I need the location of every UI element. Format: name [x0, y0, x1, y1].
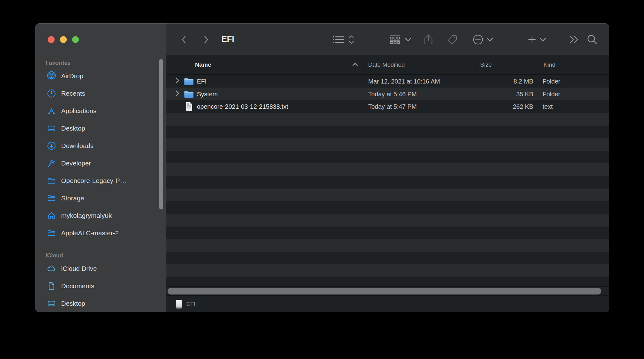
- desktop-icon: [47, 299, 56, 308]
- sidebar: FavoritesAirDropRecentsApplicationsDeskt…: [35, 23, 166, 312]
- home-icon: [47, 211, 56, 220]
- table-row[interactable]: opencore-2021-03-12-215838.txtToday at 5…: [166, 100, 609, 113]
- window-title: EFI: [222, 34, 234, 44]
- new-folder-chevron-icon[interactable]: [539, 37, 547, 42]
- sidebar-section-icloud: iCloudiCloud DriveDocumentsDesktop: [35, 251, 166, 312]
- back-button[interactable]: [180, 35, 188, 45]
- minimize-button[interactable]: [60, 36, 67, 43]
- column-divider[interactable]: [364, 58, 364, 71]
- sidebar-item-label: Opencore-Legacy-P…: [61, 177, 126, 184]
- column-header-name[interactable]: Name: [195, 61, 211, 68]
- sidebar-item-label: AirDrop: [61, 72, 83, 80]
- table-row[interactable]: SystemToday at 5:46 PM35 KBFolder: [166, 88, 609, 101]
- forward-button[interactable]: [202, 35, 210, 45]
- cloud-icon: [47, 264, 56, 273]
- sidebar-item-label: Desktop: [61, 300, 85, 307]
- close-button[interactable]: [48, 36, 55, 43]
- column-header-size[interactable]: Size: [480, 61, 492, 68]
- file-size: 8.2 MB: [514, 78, 533, 85]
- sidebar-sections: FavoritesAirDropRecentsApplicationsDeskt…: [35, 59, 166, 312]
- sidebar-item-label: Storage: [61, 194, 84, 202]
- sidebar-section-favorites: FavoritesAirDropRecentsApplicationsDeskt…: [35, 59, 166, 242]
- horizontal-scrollbar-thumb[interactable]: [168, 288, 601, 294]
- airdrop-icon: [47, 71, 56, 81]
- view-switcher-chevrons[interactable]: [347, 34, 355, 45]
- more-actions-icon[interactable]: [472, 34, 484, 45]
- sidebar-item-label: AppleALC-master-2: [61, 229, 119, 237]
- search-icon[interactable]: [587, 34, 598, 45]
- zoom-button[interactable]: [72, 36, 79, 43]
- file-name: EFI: [197, 78, 207, 85]
- group-by-icon[interactable]: [389, 34, 401, 45]
- file-name: System: [197, 90, 218, 98]
- sidebar-item-label: Applications: [61, 107, 96, 115]
- file-date-modified: Today at 5:47 PM: [368, 103, 417, 110]
- sort-asc-icon: [352, 61, 359, 68]
- sidebar-section-header: Favorites: [35, 59, 166, 67]
- sidebar-item-mykolagrymalyuk[interactable]: mykolagrymalyuk: [35, 207, 166, 224]
- folder-icon: [47, 228, 56, 238]
- sidebar-item-documents[interactable]: Documents: [35, 277, 166, 295]
- more-actions-chevron-icon[interactable]: [486, 37, 494, 42]
- share-icon[interactable]: [423, 34, 433, 45]
- status-path-label[interactable]: EFI: [186, 301, 196, 308]
- sidebar-item-label: Recents: [61, 90, 85, 97]
- file-size: 35 KB: [516, 90, 533, 98]
- sidebar-item-desktop[interactable]: Desktop: [35, 295, 166, 312]
- finder-window: FavoritesAirDropRecentsApplicationsDeskt…: [35, 23, 609, 312]
- new-folder-plus-icon[interactable]: [528, 35, 536, 44]
- disclosure-chevron-icon[interactable]: [175, 90, 180, 98]
- text-file-icon: [184, 102, 194, 112]
- group-by-chevron-icon[interactable]: [404, 37, 412, 42]
- folder-icon: [47, 194, 56, 203]
- volume-disk-icon: [176, 300, 182, 309]
- appstore-icon: [47, 106, 56, 116]
- status-bar: EFI: [166, 295, 609, 312]
- sidebar-item-developer[interactable]: Developer: [35, 155, 166, 172]
- folder-fill-icon: [184, 90, 194, 98]
- table-row[interactable]: EFIMar 12, 2021 at 10:16 AM8.2 MBFolder: [166, 75, 609, 88]
- desktop-icon: [47, 124, 56, 133]
- sidebar-item-applications[interactable]: Applications: [35, 102, 166, 120]
- disclosure-chevron-icon[interactable]: [175, 77, 180, 86]
- folder-fill-icon: [184, 77, 194, 86]
- sidebar-item-label: iCloud Drive: [61, 265, 97, 272]
- sidebar-item-opencore-legacy-p-[interactable]: Opencore-Legacy-P…: [35, 172, 166, 189]
- file-date-modified: Today at 5:46 PM: [368, 90, 417, 98]
- column-divider[interactable]: [476, 58, 476, 71]
- sidebar-item-label: Developer: [61, 160, 91, 167]
- sidebar-scrollbar[interactable]: [159, 59, 163, 209]
- sidebar-section-header: iCloud: [35, 251, 166, 260]
- tag-icon[interactable]: [447, 34, 458, 45]
- file-list: EFIMar 12, 2021 at 10:16 AM8.2 MBFolderS…: [166, 75, 609, 286]
- sidebar-item-recents[interactable]: Recents: [35, 85, 166, 102]
- file-size: 262 KB: [513, 103, 533, 110]
- list-view-icon[interactable]: [332, 35, 345, 44]
- sidebar-item-desktop[interactable]: Desktop: [35, 120, 166, 137]
- sidebar-item-icloud-drive[interactable]: iCloud Drive: [35, 260, 166, 277]
- toolbar-overflow-icon[interactable]: [568, 35, 580, 44]
- column-divider[interactable]: [537, 58, 537, 71]
- file-kind: Folder: [543, 78, 560, 85]
- column-header-kind[interactable]: Kind: [544, 61, 555, 68]
- list-header: Name Date Modified Size Kind: [166, 55, 609, 75]
- column-header-date[interactable]: Date Modified: [368, 61, 405, 68]
- traffic-lights: [48, 36, 79, 43]
- sidebar-item-storage[interactable]: Storage: [35, 189, 166, 207]
- main-pane: EFI Name Date Modified Size Kind EFIMar …: [166, 23, 609, 312]
- sidebar-item-applealc-master-2[interactable]: AppleALC-master-2: [35, 224, 166, 242]
- sidebar-item-label: Documents: [61, 282, 94, 290]
- download-icon: [47, 141, 56, 151]
- sidebar-item-airdrop[interactable]: AirDrop: [35, 67, 166, 85]
- sidebar-item-label: mykolagrymalyuk: [61, 212, 112, 219]
- horizontal-scrollbar-track[interactable]: [166, 286, 609, 295]
- sidebar-item-label: Desktop: [61, 125, 85, 132]
- file-name: opencore-2021-03-12-215838.txt: [197, 103, 288, 110]
- file-kind: text: [543, 103, 553, 110]
- file-date-modified: Mar 12, 2021 at 10:16 AM: [368, 78, 440, 85]
- file-kind: Folder: [543, 90, 560, 98]
- sidebar-item-downloads[interactable]: Downloads: [35, 137, 166, 155]
- document-icon: [47, 281, 56, 291]
- hammer-icon: [47, 159, 56, 168]
- clock-icon: [47, 89, 56, 98]
